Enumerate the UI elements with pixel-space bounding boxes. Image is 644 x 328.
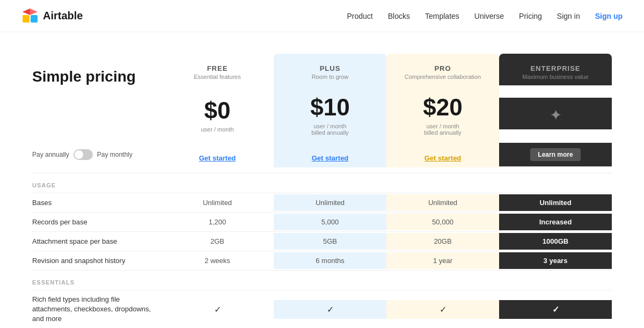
plan-subtitle-enterprise: Maximum business value (504, 74, 606, 80)
plan-header-free: FREE Essential features (161, 54, 274, 85)
nav-signin[interactable]: Sign in (557, 12, 580, 20)
logo-text: Airtable (43, 10, 83, 22)
feature-val-attachment-free: 2GB (161, 233, 274, 250)
plan-header-enterprise: ENTERPRISE Maximum business value (499, 54, 612, 85)
main-content: Simple pricing FREE Essential features P… (0, 32, 644, 328)
price-value-free: $0 (166, 97, 268, 124)
plan-name-pro: PRO (392, 64, 494, 72)
plan-name-plus: PLUS (279, 64, 381, 72)
essentials-section-label: ESSENTIALS (32, 270, 612, 290)
nav-product[interactable]: Product (347, 12, 373, 20)
price-sub-plus: user / month billed annually (279, 123, 381, 136)
feature-val-revision-enterprise: 3 years (499, 252, 612, 269)
nav-templates[interactable]: Templates (425, 12, 459, 20)
cta-enterprise: Learn more (499, 143, 612, 166)
price-value-pro: $20 (392, 94, 494, 121)
feature-val-attachment-enterprise: 1000GB (499, 233, 612, 250)
feature-val-revision-free: 2 weeks (161, 252, 274, 269)
feature-label-attachment: Attachment space per base (32, 233, 161, 250)
usage-section-label: USAGE (32, 173, 612, 193)
row-bases: Bases Unlimited Unlimited Unlimited Unli… (32, 193, 612, 212)
row-revision: Revision and snapshot history 2 weeks 6 … (32, 251, 612, 270)
plan-name-free: FREE (166, 64, 268, 72)
price-sub-free: user / month (166, 126, 268, 133)
feature-val-attachment-plus: 5GB (274, 233, 386, 250)
nav-universe[interactable]: Universe (474, 12, 504, 20)
price-plus: $10 user / month billed annually (274, 85, 386, 141)
billing-annually-label: Pay annually (32, 151, 69, 158)
navbar: Airtable Product Blocks Templates Univer… (0, 0, 644, 32)
row-attachment: Attachment space per base 2GB 5GB 20GB 1… (32, 231, 612, 251)
essentials-section: ESSENTIALS Rich field types including fi… (32, 270, 612, 328)
feature-val-bases-free: Unlimited (161, 194, 274, 211)
usage-section: USAGE Bases Unlimited Unlimited Unlimite… (32, 173, 612, 270)
plan-name-enterprise: ENTERPRISE (504, 64, 606, 72)
feature-val-attachment-pro: 20GB (386, 233, 499, 250)
plan-subtitle-plus: Room to grow (279, 74, 381, 80)
cta-pro: Get started (386, 141, 499, 167)
cta-button-plus[interactable]: Get started (312, 154, 349, 162)
billing-toggle-switch[interactable] (74, 149, 93, 160)
feature-val-rich-enterprise: ✓ (499, 300, 612, 319)
price-enterprise: ✦ (499, 98, 612, 129)
price-free: $0 user / month (161, 89, 274, 138)
cta-button-enterprise[interactable]: Learn more (530, 148, 580, 161)
feature-val-rich-plus: ✓ (274, 300, 386, 319)
logo[interactable]: Airtable (21, 8, 83, 25)
cta-plus: Get started (274, 141, 386, 167)
feature-val-records-plus: 5,000 (274, 214, 386, 230)
nav-blocks[interactable]: Blocks (388, 12, 410, 20)
plan-header-plus: PLUS Room to grow (274, 54, 386, 85)
feature-val-rich-free: ✓ (161, 300, 274, 319)
svg-rect-1 (31, 15, 38, 23)
feature-label-rich-fields: Rich field types including file attachme… (32, 290, 156, 328)
plan-header-pro: PRO Comprehensive collaboration (386, 54, 499, 85)
billing-monthly-label: Pay monthly (97, 151, 133, 158)
row-rich-fields: Rich field types including file attachme… (32, 290, 612, 328)
billing-toggle[interactable]: Pay annually Pay monthly (32, 144, 161, 165)
feature-val-bases-pro: Unlimited (386, 194, 499, 211)
feature-val-records-free: 1,200 (161, 214, 274, 230)
logo-icon (21, 8, 39, 25)
feature-label-records: Records per base (32, 214, 161, 230)
toggle-knob (75, 150, 83, 159)
plan-subtitle-pro: Comprehensive collaboration (392, 74, 494, 80)
feature-val-bases-enterprise: Unlimited (499, 194, 612, 211)
feature-label-bases: Bases (32, 194, 161, 211)
nav-links: Product Blocks Templates Universe Pricin… (347, 12, 623, 20)
feature-val-revision-plus: 6 months (274, 252, 386, 269)
plan-subtitle-free: Essential features (166, 74, 268, 80)
feature-val-records-pro: 50,000 (386, 214, 499, 230)
row-records: Records per base 1,200 5,000 50,000 Incr… (32, 212, 612, 231)
cta-button-free[interactable]: Get started (199, 154, 236, 162)
svg-rect-0 (23, 15, 30, 23)
price-pro: $20 user / month billed annually (386, 85, 499, 141)
pricing-title: Simple pricing (32, 68, 161, 85)
price-sub-pro: user / month billed annually (392, 123, 494, 136)
feature-val-rich-pro: ✓ (386, 300, 499, 319)
price-value-plus: $10 (279, 94, 381, 121)
feature-val-records-enterprise: Increased (499, 214, 612, 230)
feature-val-bases-plus: Unlimited (274, 194, 386, 211)
enterprise-icon: ✦ (504, 106, 606, 124)
svg-marker-3 (23, 9, 30, 15)
cta-free: Get started (161, 141, 274, 167)
feature-label-revision: Revision and snapshot history (32, 252, 161, 269)
nav-pricing[interactable]: Pricing (519, 12, 542, 20)
cta-button-pro[interactable]: Get started (425, 154, 462, 162)
feature-val-revision-pro: 1 year (386, 252, 499, 269)
nav-signup[interactable]: Sign up (595, 12, 623, 20)
